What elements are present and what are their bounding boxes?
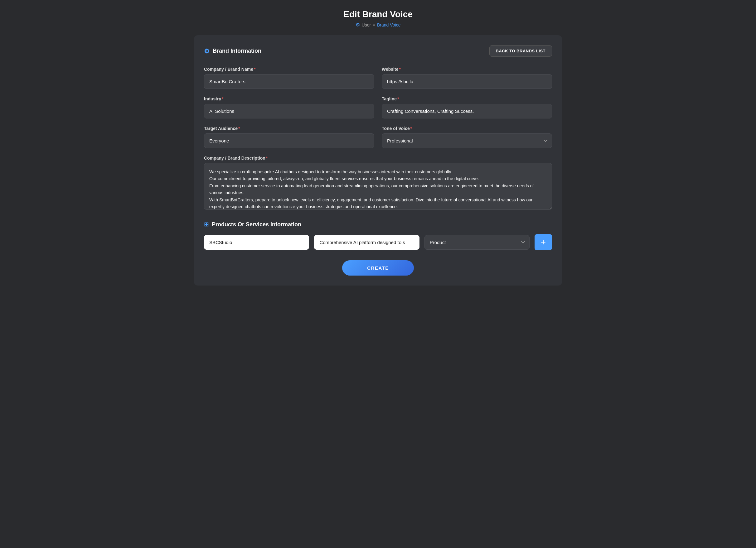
page-header: Edit Brand Voice ⚙ User » Brand Voice — [6, 9, 750, 28]
company-website-row: Company / Brand Name* Website* — [204, 67, 552, 89]
main-card: ⚙ Brand Information BACK TO BRANDS LIST … — [194, 35, 562, 285]
brand-icon: ⚙ — [204, 47, 210, 55]
section-title-text: Brand Information — [213, 48, 261, 54]
website-label: Website* — [382, 67, 552, 72]
products-section-title: ⊞ Products Or Services Information — [204, 221, 552, 228]
company-name-label: Company / Brand Name* — [204, 67, 374, 72]
user-icon: ⚙ — [356, 22, 360, 28]
industry-group: Industry* — [204, 96, 374, 119]
target-audience-group: Target Audience* — [204, 126, 374, 148]
product-name-input[interactable] — [204, 235, 309, 250]
breadcrumb-user: User — [362, 22, 371, 27]
description-group: Company / Brand Description* — [204, 156, 552, 211]
product-row: Product Service Software Platform + — [204, 234, 552, 250]
brand-information-section-title: ⚙ Brand Information — [204, 47, 261, 55]
products-section-title-text: Products Or Services Information — [212, 221, 301, 228]
description-textarea-wrapper — [204, 163, 552, 211]
product-description-input[interactable] — [314, 235, 419, 250]
audience-tone-row: Target Audience* Tone of Voice* Professi… — [204, 126, 552, 148]
industry-label: Industry* — [204, 96, 374, 101]
company-name-input[interactable] — [204, 74, 374, 89]
target-audience-label: Target Audience* — [204, 126, 374, 131]
tagline-group: Tagline* — [382, 96, 552, 119]
grid-icon: ⊞ — [204, 221, 209, 228]
tagline-input[interactable] — [382, 104, 552, 119]
products-section: ⊞ Products Or Services Information Produ… — [204, 221, 552, 250]
back-to-brands-button[interactable]: BACK TO BRANDS LIST — [489, 45, 552, 57]
industry-tagline-row: Industry* Tagline* — [204, 96, 552, 119]
breadcrumb: ⚙ User » Brand Voice — [6, 22, 750, 28]
tagline-label: Tagline* — [382, 96, 552, 101]
company-name-group: Company / Brand Name* — [204, 67, 374, 89]
page-title: Edit Brand Voice — [6, 9, 750, 19]
breadcrumb-brand-voice-link[interactable]: Brand Voice — [377, 22, 401, 27]
create-button-wrapper: CREATE — [204, 260, 552, 275]
tone-of-voice-group: Tone of Voice* Professional Casual Frien… — [382, 126, 552, 148]
card-header: ⚙ Brand Information BACK TO BRANDS LIST — [204, 45, 552, 57]
industry-input[interactable] — [204, 104, 374, 119]
target-audience-input[interactable] — [204, 133, 374, 148]
product-type-select[interactable]: Product Service Software Platform — [424, 235, 530, 250]
description-section: Company / Brand Description* — [204, 156, 552, 211]
description-textarea[interactable] — [204, 163, 552, 210]
description-label: Company / Brand Description* — [204, 156, 552, 161]
tone-of-voice-select[interactable]: Professional Casual Friendly Formal Humo… — [382, 133, 552, 148]
create-button[interactable]: CREATE — [342, 260, 414, 275]
breadcrumb-separator: » — [373, 22, 375, 27]
tone-of-voice-label: Tone of Voice* — [382, 126, 552, 131]
website-group: Website* — [382, 67, 552, 89]
add-product-button[interactable]: + — [535, 234, 552, 250]
website-input[interactable] — [382, 74, 552, 89]
